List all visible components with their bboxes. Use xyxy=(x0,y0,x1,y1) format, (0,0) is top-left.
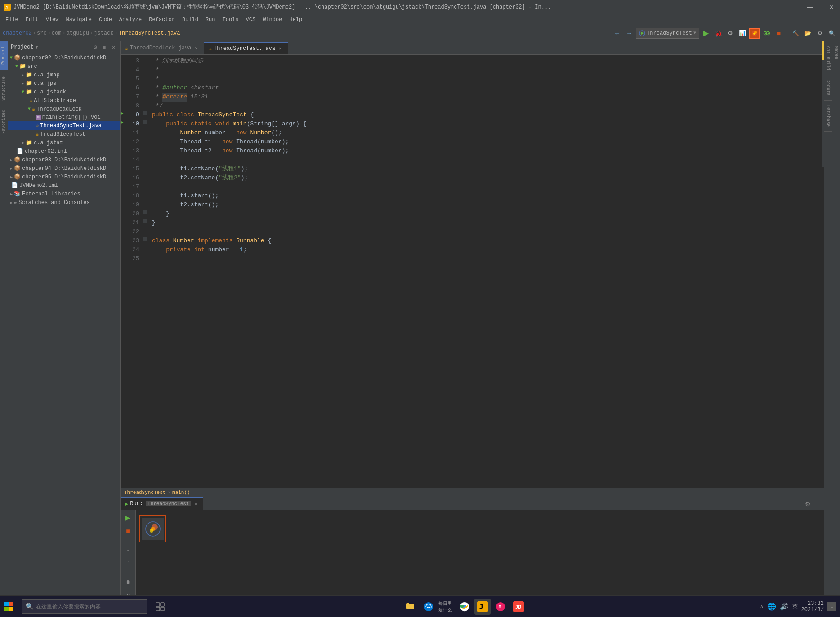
fm-21[interactable]: - xyxy=(142,217,148,226)
project-tree[interactable]: ▼ 📦 chapter02 D:\BaiduNetdiskD ▼ 📁 src ▶… xyxy=(8,53,120,595)
soft-wrap-button[interactable]: ↩ xyxy=(122,589,134,595)
breadcrumb-method[interactable]: main() xyxy=(172,490,190,495)
language-indicator[interactable]: 英 xyxy=(792,603,798,610)
profile-button[interactable]: 📊 xyxy=(737,28,748,39)
menu-view[interactable]: View xyxy=(42,16,63,24)
panel-minimize-button[interactable]: — xyxy=(813,499,824,510)
tree-item-chapter04[interactable]: ▶ 📦 chapter04 D:\BaiduNetdiskD xyxy=(8,164,120,173)
previous-output-button[interactable]: ↑ xyxy=(122,557,134,568)
fm-10[interactable]: - xyxy=(142,118,148,127)
menu-code[interactable]: Code xyxy=(95,16,116,24)
breadcrumb-src[interactable]: src xyxy=(37,30,47,36)
navigate-back-button[interactable]: ← xyxy=(612,28,622,39)
tree-item-jps[interactable]: ▶ 📁 c.a.jps xyxy=(8,79,120,88)
taskbar-edge[interactable] xyxy=(420,599,437,615)
tree-item-jstack[interactable]: ▼ 📁 c.a.jstack xyxy=(8,88,120,96)
notification-button[interactable]: □ xyxy=(827,602,836,611)
project-dropdown-icon[interactable]: ▼ xyxy=(35,45,38,50)
tree-item-jstat[interactable]: ▶ 📁 c.a.jstat xyxy=(8,138,120,147)
run-button[interactable]: ▶ xyxy=(701,28,711,39)
fold-button-21[interactable]: - xyxy=(143,219,147,223)
tree-item-external-libs[interactable]: ▶ 📚 External Libraries xyxy=(8,190,120,198)
tree-item-chapter05[interactable]: ▶ 📦 chapter05 D:\BaiduNetdiskD xyxy=(8,173,120,181)
tab-threadsynctest[interactable]: ☕ ThreadSyncTest.java ✕ xyxy=(204,42,288,54)
tree-item-jmap[interactable]: ▶ 📁 c.a.jmap xyxy=(8,71,120,79)
project-collapse-button[interactable]: ≡ xyxy=(100,43,108,51)
code-editor[interactable]: ▶ ▶ xyxy=(121,55,824,488)
fold-button-20[interactable]: - xyxy=(143,210,147,214)
code-content[interactable]: * 演示线程的同步 * * * xyxy=(148,55,824,488)
favorites-strip-tab[interactable]: Favorites xyxy=(0,105,7,138)
breadcrumb-atguigu[interactable]: atguigu xyxy=(67,30,89,36)
volume-icon[interactable]: 🔊 xyxy=(780,602,789,611)
taskbar-search[interactable]: 🔍 xyxy=(22,599,147,614)
menu-analyze[interactable]: Analyze xyxy=(116,16,145,24)
project-close-button[interactable]: ✕ xyxy=(109,43,117,51)
codota-strip-tab[interactable]: Codota xyxy=(824,75,832,101)
run-config-selector[interactable]: ThreadSyncTest ▼ xyxy=(636,28,699,39)
search-everywhere-button[interactable]: 🔍 xyxy=(827,28,837,39)
tree-item-jvmdemo2-iml[interactable]: 📄 JVMDemo2.iml xyxy=(8,181,120,190)
highlighted-run-button[interactable] xyxy=(749,28,760,39)
open-file-button[interactable]: 📂 xyxy=(802,28,813,39)
tree-item-threaddeadlock-folder[interactable]: ▼ ☕ ThreadDeadLock xyxy=(8,105,120,113)
tab-close-button[interactable]: ✕ xyxy=(192,501,199,507)
project-gear-button[interactable]: ⚙ xyxy=(91,43,99,51)
task-view-button[interactable] xyxy=(151,596,169,617)
minimize-button[interactable]: — xyxy=(805,2,815,12)
database-strip-tab[interactable]: Database xyxy=(824,101,832,132)
menu-build[interactable]: Build xyxy=(179,16,202,24)
maven-strip-tab[interactable]: Maven xyxy=(832,41,840,64)
taskbar-chrome[interactable] xyxy=(456,599,473,615)
coverage-button[interactable]: ⚙ xyxy=(725,28,736,39)
breadcrumb-file[interactable]: ThreadSyncTest.java xyxy=(119,30,180,36)
taskbar-file-explorer[interactable] xyxy=(402,599,419,615)
close-button[interactable]: ✕ xyxy=(827,2,836,12)
debug-button[interactable]: 🐞 xyxy=(713,28,724,39)
stop-run-button[interactable]: ■ xyxy=(122,525,134,537)
tree-item-scratches[interactable]: ▶ ✏️ Scratches and Consoles xyxy=(8,198,120,207)
tree-item-main-method[interactable]: m main(String[]):voi xyxy=(8,113,120,121)
show-hidden-icons[interactable]: ∧ xyxy=(760,603,763,610)
fold-button-10[interactable]: - xyxy=(143,120,147,124)
tree-item-threadsynctest[interactable]: ☕ ThreadSyncTest.java xyxy=(8,121,120,130)
tree-item-chapter02-iml[interactable]: 📄 chapter02.iml xyxy=(8,147,120,155)
network-icon[interactable]: 🌐 xyxy=(767,602,776,611)
panel-settings-button[interactable]: ⚙ xyxy=(802,499,813,510)
tab-threaddeadlock[interactable]: ☕ ThreadDeadLock.java ✕ xyxy=(121,42,204,54)
breadcrumb-chapter02[interactable]: chapter02 xyxy=(3,30,32,36)
menu-edit[interactable]: Edit xyxy=(22,16,42,24)
tree-item-treadsleeptest[interactable]: ☕ TreadSleepTest xyxy=(8,130,120,138)
tree-item-allstacktrace[interactable]: ☕ AllStackTrace xyxy=(8,96,120,105)
menu-help[interactable]: Help xyxy=(286,16,306,24)
scroll-to-end-button[interactable]: ↓ xyxy=(122,544,134,555)
clear-output-button[interactable]: 🗑 xyxy=(122,576,134,587)
taskbar-intellij[interactable]: J xyxy=(474,599,491,615)
tab-run[interactable]: ▶ Run: ThreadSyncTest ✕ xyxy=(121,497,203,510)
fold-button-23[interactable]: - xyxy=(143,237,147,241)
ant-build-strip-tab[interactable]: Ant Build xyxy=(824,41,832,75)
menu-vcs[interactable]: VCS xyxy=(242,16,259,24)
taskbar-java[interactable]: JD xyxy=(510,599,527,615)
tree-item-chapter03[interactable]: ▶ 📦 chapter03 D:\BaiduNetdiskD xyxy=(8,155,120,164)
tab-close-button[interactable]: ✕ xyxy=(277,45,283,52)
breadcrumb-jstack[interactable]: jstack xyxy=(94,30,113,36)
fold-button-9[interactable]: - xyxy=(143,111,147,115)
menu-window[interactable]: Window xyxy=(259,16,286,24)
maximize-button[interactable]: □ xyxy=(816,2,826,12)
navigate-forward-button[interactable]: → xyxy=(624,28,634,39)
breadcrumb-com[interactable]: com xyxy=(52,30,62,36)
menu-file[interactable]: File xyxy=(2,16,22,24)
menu-navigate[interactable]: Navigate xyxy=(62,16,95,24)
menu-tools[interactable]: Tools xyxy=(219,16,242,24)
menu-run[interactable]: Run xyxy=(202,16,219,24)
rerun-button[interactable]: ▶ xyxy=(122,512,134,524)
settings-button[interactable]: ⚙ xyxy=(814,28,825,39)
breadcrumb-class[interactable]: ThreadSyncTest xyxy=(124,490,165,495)
build-button[interactable]: 🔨 xyxy=(790,28,801,39)
tab-close-button[interactable]: ✕ xyxy=(193,45,199,51)
project-strip-tab[interactable]: Project xyxy=(0,41,8,69)
taskbar-search-input[interactable] xyxy=(36,604,143,610)
tree-item-src[interactable]: ▼ 📁 src xyxy=(8,62,120,71)
fm-20[interactable]: - xyxy=(142,208,148,217)
